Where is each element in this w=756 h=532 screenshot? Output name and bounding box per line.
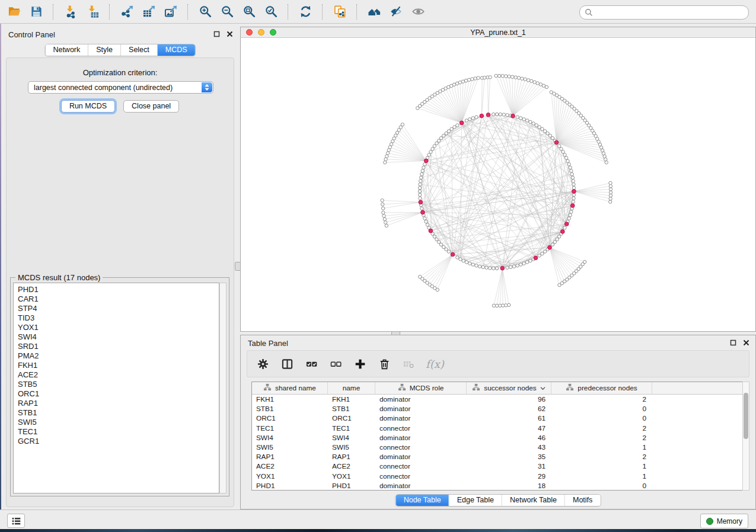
table-cell[interactable]: PHD1 — [252, 481, 328, 491]
first-neighbors-icon[interactable] — [365, 3, 384, 21]
table-row[interactable]: SWI4SWI4dominator462 — [252, 433, 743, 443]
table-cell[interactable]: connector — [375, 472, 467, 481]
table-cell[interactable]: 35 — [467, 452, 551, 462]
column-header-shared-name[interactable]: shared name — [252, 382, 328, 394]
table-cell[interactable]: 47 — [467, 424, 551, 433]
table-cell[interactable]: 96 — [467, 395, 551, 404]
hide-selected-icon[interactable] — [387, 3, 406, 21]
table-cell[interactable]: 31 — [467, 462, 551, 471]
table-row[interactable]: FKH1FKH1dominator962 — [252, 395, 743, 404]
table-cell[interactable]: ORC1 — [252, 414, 328, 423]
table-cell[interactable]: connector — [375, 424, 467, 433]
table-cell[interactable]: TEC1 — [328, 424, 375, 433]
table-cell[interactable]: 29 — [467, 472, 551, 481]
table-cell[interactable]: 0 — [551, 404, 652, 414]
show-columns-icon[interactable] — [280, 357, 294, 371]
select-all-icon[interactable] — [304, 357, 318, 371]
zoom-fit-icon[interactable] — [240, 3, 259, 21]
column-header-predecessor-nodes[interactable]: predecessor nodes — [551, 382, 652, 394]
table-cell[interactable]: ACE2 — [252, 462, 328, 471]
export-network-icon[interactable] — [117, 3, 136, 21]
column-header-MCDS-role[interactable]: MCDS role — [375, 382, 467, 394]
zoom-selected-icon[interactable] — [261, 3, 280, 21]
search-input[interactable] — [595, 7, 746, 18]
table-cell[interactable]: 1 — [551, 472, 652, 481]
table-cell[interactable]: SWI4 — [328, 433, 375, 443]
table-cell[interactable]: RAP1 — [252, 452, 328, 462]
export-table-icon[interactable] — [139, 3, 158, 21]
tab-node-table[interactable]: Node Table — [396, 495, 449, 506]
close-panel-button[interactable]: Close panel — [123, 100, 179, 113]
table-cell[interactable]: 61 — [467, 414, 551, 423]
table-row[interactable]: TEC1TEC1connector472 — [252, 424, 743, 433]
table-row[interactable]: STB1STB1dominator620 — [252, 404, 743, 414]
task-history-button[interactable] — [7, 514, 25, 528]
apply-layout-icon[interactable] — [296, 3, 315, 21]
table-cell[interactable]: 1 — [551, 462, 652, 471]
table-cell[interactable]: dominator — [375, 404, 467, 414]
table-cell[interactable]: 0 — [551, 481, 652, 491]
table-cell[interactable]: FKH1 — [252, 395, 328, 404]
table-cell[interactable]: 2 — [551, 433, 652, 443]
column-header-name[interactable]: name — [328, 382, 375, 394]
table-row[interactable]: ACE2ACE2connector311 — [252, 462, 743, 471]
table-cell[interactable]: SWI5 — [328, 443, 375, 452]
delete-row-icon[interactable] — [377, 357, 391, 371]
float-panel-icon[interactable] — [213, 31, 220, 37]
mcds-result-scrollbar[interactable] — [219, 283, 227, 493]
copy-style-icon[interactable] — [330, 3, 349, 21]
tab-network[interactable]: Network — [45, 44, 88, 56]
add-row-icon[interactable] — [353, 357, 367, 371]
tab-network-table[interactable]: Network Table — [502, 495, 565, 506]
table-row[interactable]: ORC1ORC1dominator610 — [252, 414, 743, 423]
table-cell[interactable]: RAP1 — [328, 452, 375, 462]
table-cell[interactable]: SWI4 — [252, 433, 328, 443]
column-header-successor-nodes[interactable]: successor nodes — [467, 382, 551, 394]
table-cell[interactable]: STB1 — [252, 404, 328, 414]
open-file-icon[interactable] — [5, 3, 24, 21]
table-cell[interactable]: PHD1 — [328, 481, 375, 491]
table-cell[interactable]: SWI5 — [252, 443, 328, 452]
memory-button[interactable]: Memory — [700, 514, 748, 528]
table-row[interactable]: SWI5SWI5connector431 — [252, 443, 743, 452]
zoom-out-icon[interactable] — [218, 3, 237, 21]
table-cell[interactable]: 18 — [467, 481, 551, 491]
table-cell[interactable]: dominator — [375, 452, 467, 462]
criterion-dropdown[interactable]: largest connected component (undirected) — [28, 81, 213, 94]
table-cell[interactable]: 46 — [467, 433, 551, 443]
import-table-icon[interactable] — [83, 3, 102, 21]
table-cell[interactable]: 0 — [551, 414, 652, 423]
table-scrollbar-thumb[interactable] — [744, 393, 748, 439]
table-scrollbar[interactable] — [742, 382, 749, 491]
table-cell[interactable]: YOX1 — [252, 472, 328, 481]
tab-mcds[interactable]: MCDS — [158, 44, 195, 56]
table-cell[interactable]: dominator — [375, 433, 467, 443]
table-cell[interactable]: dominator — [375, 414, 467, 423]
save-session-icon[interactable] — [27, 3, 46, 21]
tab-edge-table[interactable]: Edge Table — [449, 495, 502, 506]
export-image-icon[interactable] — [161, 3, 180, 21]
table-cell[interactable]: TEC1 — [252, 424, 328, 433]
table-cell[interactable]: YOX1 — [328, 472, 375, 481]
close-panel-icon[interactable] — [227, 31, 233, 37]
show-all-icon[interactable] — [409, 3, 428, 21]
deselect-all-icon[interactable] — [328, 357, 343, 371]
tab-style[interactable]: Style — [88, 44, 121, 56]
import-network-icon[interactable] — [61, 3, 80, 21]
table-settings-icon[interactable] — [256, 357, 270, 371]
run-mcds-button[interactable]: Run MCDS — [61, 100, 115, 113]
table-cell[interactable]: 2 — [551, 452, 652, 462]
table-cell[interactable]: connector — [375, 443, 467, 452]
network-graph[interactable] — [241, 38, 755, 331]
table-cell[interactable]: STB1 — [328, 404, 375, 414]
table-row[interactable]: PHD1PHD1dominator180 — [252, 481, 743, 491]
network-canvas[interactable] — [241, 38, 755, 331]
float-table-panel-icon[interactable] — [730, 339, 736, 346]
table-cell[interactable]: 2 — [551, 395, 652, 404]
tab-select[interactable]: Select — [121, 44, 158, 56]
table-cell[interactable]: ORC1 — [328, 414, 375, 423]
table-row[interactable]: RAP1RAP1dominator352 — [252, 452, 743, 462]
table-row[interactable]: YOX1YOX1connector291 — [252, 472, 743, 481]
table-cell[interactable]: 1 — [551, 443, 652, 452]
zoom-in-icon[interactable] — [196, 3, 215, 21]
